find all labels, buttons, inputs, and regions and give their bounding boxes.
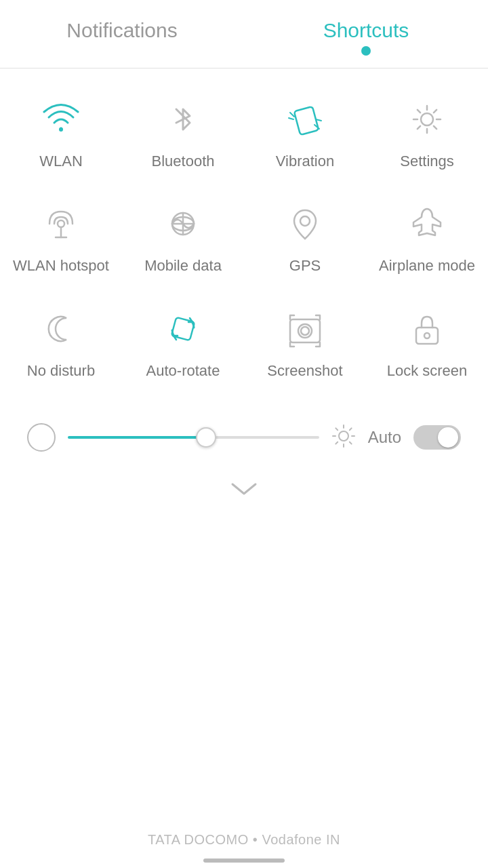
- brightness-thumb[interactable]: [196, 427, 216, 448]
- svg-point-0: [59, 127, 63, 132]
- svg-point-18: [301, 327, 309, 335]
- svg-point-14: [300, 216, 310, 226]
- hotspot-icon: [37, 200, 85, 248]
- tab-bar: Notifications Shortcuts: [0, 0, 488, 68]
- settings-icon: [403, 96, 451, 143]
- shortcut-auto-rotate[interactable]: Auto-rotate: [122, 292, 244, 396]
- vibration-icon: [281, 96, 329, 143]
- svg-line-27: [349, 442, 351, 444]
- lock-icon: [403, 305, 451, 353]
- shortcut-wlan[interactable]: WLAN: [0, 82, 122, 186]
- rotate-icon: [159, 305, 207, 353]
- airplane-label: Airplane mode: [379, 257, 475, 275]
- auto-brightness-toggle[interactable]: [413, 425, 461, 450]
- no-disturb-label: No disturb: [27, 362, 95, 380]
- wlan-label: WLAN: [39, 153, 83, 170]
- svg-point-20: [424, 333, 430, 338]
- shortcut-mobile-data[interactable]: Mobile data: [122, 186, 244, 291]
- svg-rect-16: [290, 319, 320, 342]
- brightness-min-icon: [27, 423, 56, 452]
- mobile-data-icon: [159, 200, 207, 248]
- gps-label: GPS: [289, 257, 321, 275]
- shortcut-no-disturb[interactable]: No disturb: [0, 292, 122, 396]
- vibration-label: Vibration: [276, 153, 334, 170]
- shortcut-screenshot[interactable]: Screenshot: [244, 292, 366, 396]
- shortcut-lock-screen[interactable]: Lock screen: [366, 292, 488, 396]
- svg-line-2: [290, 113, 294, 117]
- shortcut-wlan-hotspot[interactable]: WLAN hotspot: [0, 186, 122, 291]
- brightness-slider[interactable]: [68, 436, 319, 439]
- shortcuts-grid: WLAN Bluetooth Vibration: [0, 68, 488, 403]
- svg-point-6: [421, 113, 433, 125]
- screenshot-icon: [281, 305, 329, 353]
- wlan-icon: [37, 96, 85, 143]
- svg-rect-1: [294, 106, 319, 135]
- settings-label: Settings: [400, 153, 454, 170]
- brightness-control: Auto: [0, 410, 488, 465]
- gps-icon: [281, 200, 329, 248]
- svg-line-28: [349, 429, 351, 431]
- svg-line-3: [289, 118, 293, 119]
- svg-line-29: [336, 442, 338, 444]
- auto-rotate-label: Auto-rotate: [146, 362, 220, 380]
- svg-point-21: [339, 431, 348, 441]
- brightness-sun-icon: [331, 424, 356, 451]
- hotspot-label: WLAN hotspot: [13, 257, 109, 275]
- shortcut-settings[interactable]: Settings: [366, 82, 488, 186]
- shortcut-vibration[interactable]: Vibration: [244, 82, 366, 186]
- bluetooth-label: Bluetooth: [152, 153, 215, 170]
- auto-label: Auto: [368, 428, 401, 447]
- lock-screen-label: Lock screen: [387, 362, 468, 380]
- svg-line-26: [336, 429, 338, 431]
- moon-icon: [37, 305, 85, 353]
- shortcut-bluetooth[interactable]: Bluetooth: [122, 82, 244, 186]
- toggle-knob: [438, 427, 458, 448]
- svg-point-7: [58, 220, 64, 227]
- tab-shortcuts[interactable]: Shortcuts: [244, 0, 488, 68]
- shortcut-gps[interactable]: GPS: [244, 186, 366, 291]
- shortcut-airplane-mode[interactable]: Airplane mode: [366, 186, 488, 291]
- screenshot-label: Screenshot: [267, 362, 342, 380]
- airplane-icon: [403, 200, 451, 248]
- tab-notifications[interactable]: Notifications: [0, 0, 244, 68]
- carrier-info: TATA DOCOMO • Vodafone IN: [0, 832, 488, 848]
- bluetooth-icon: [159, 96, 207, 143]
- bottom-bar-indicator: [203, 859, 285, 863]
- svg-rect-19: [416, 328, 438, 344]
- collapse-chevron[interactable]: [0, 465, 488, 519]
- mobile-data-label: Mobile data: [144, 257, 222, 275]
